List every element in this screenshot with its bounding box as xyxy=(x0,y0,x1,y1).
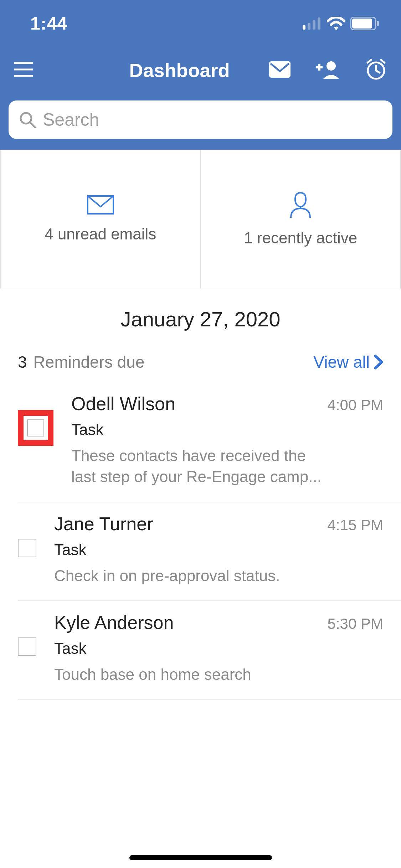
alarm-clock-icon xyxy=(365,59,387,80)
reminder-type: Task xyxy=(71,421,383,439)
unread-emails-card[interactable]: 4 unread emails xyxy=(0,150,201,289)
recently-active-label: 1 recently active xyxy=(244,229,357,247)
svg-point-11 xyxy=(327,61,336,71)
reminder-checkbox-highlighted[interactable] xyxy=(18,410,53,446)
battery-icon xyxy=(350,17,380,30)
search-container: Search xyxy=(0,93,401,150)
svg-rect-2 xyxy=(313,20,315,30)
svg-line-20 xyxy=(30,122,35,127)
reminder-item[interactable]: Odell Wilson 4:00 PM Task These contacts… xyxy=(18,382,401,502)
reminder-checkbox[interactable] xyxy=(18,637,36,656)
chevron-right-icon xyxy=(374,355,383,370)
cell-signal-icon xyxy=(303,17,322,30)
reminder-type: Task xyxy=(54,640,383,657)
reminder-contact-name: Odell Wilson xyxy=(71,393,175,414)
envelope-icon xyxy=(87,195,114,215)
mail-button[interactable] xyxy=(269,61,291,79)
nav-bar: Dashboard xyxy=(0,47,401,93)
search-input[interactable]: Search xyxy=(9,100,392,139)
svg-line-17 xyxy=(367,60,371,63)
reminders-label: Reminders due xyxy=(34,352,145,372)
wifi-icon xyxy=(327,17,345,30)
svg-rect-10 xyxy=(269,61,291,78)
reminder-time: 4:15 PM xyxy=(328,517,383,534)
status-bar: 1:44 xyxy=(0,0,401,47)
menu-button[interactable] xyxy=(14,62,33,79)
home-indicator[interactable] xyxy=(129,855,272,860)
status-indicators xyxy=(303,17,380,30)
hamburger-icon xyxy=(14,62,33,77)
reminder-contact-name: Kyle Anderson xyxy=(54,612,174,633)
svg-rect-5 xyxy=(352,19,372,29)
add-person-icon xyxy=(316,60,340,79)
svg-rect-1 xyxy=(308,23,310,30)
stats-row: 4 unread emails 1 recently active xyxy=(0,150,401,289)
recently-active-card[interactable]: 1 recently active xyxy=(201,150,401,289)
reminder-time: 5:30 PM xyxy=(328,615,383,632)
reminder-checkbox[interactable] xyxy=(18,539,36,557)
reminder-type: Task xyxy=(54,541,383,559)
mail-icon xyxy=(269,61,291,78)
view-all-link[interactable]: View all xyxy=(313,352,383,372)
reminder-time: 4:00 PM xyxy=(328,397,383,414)
svg-rect-6 xyxy=(377,21,379,26)
svg-rect-3 xyxy=(318,17,320,30)
reminders-count: 3 xyxy=(18,352,27,372)
unread-emails-label: 4 unread emails xyxy=(45,225,156,243)
svg-line-18 xyxy=(381,60,385,63)
reminder-description: Touch base on home search xyxy=(54,664,311,685)
reminder-item[interactable]: Kyle Anderson 5:30 PM Task Touch base on… xyxy=(18,601,401,700)
alarm-button[interactable] xyxy=(365,59,387,81)
reminder-description: Check in on pre-approval status. xyxy=(54,565,311,586)
reminder-item[interactable]: Jane Turner 4:15 PM Task Check in on pre… xyxy=(18,502,401,601)
status-time: 1:44 xyxy=(30,13,67,34)
svg-line-16 xyxy=(376,71,380,73)
search-icon xyxy=(19,112,36,128)
view-all-label: View all xyxy=(313,352,370,372)
date-heading: January 27, 2020 xyxy=(0,289,401,345)
page-title: Dashboard xyxy=(108,59,251,81)
add-contact-button[interactable] xyxy=(316,60,340,80)
svg-rect-0 xyxy=(303,25,305,30)
reminder-description: These contacts have received the last st… xyxy=(71,445,328,487)
reminders-header: 3 Reminders due View all xyxy=(0,345,401,382)
person-icon xyxy=(288,191,313,218)
search-placeholder: Search xyxy=(43,109,99,130)
reminder-contact-name: Jane Turner xyxy=(54,513,153,534)
